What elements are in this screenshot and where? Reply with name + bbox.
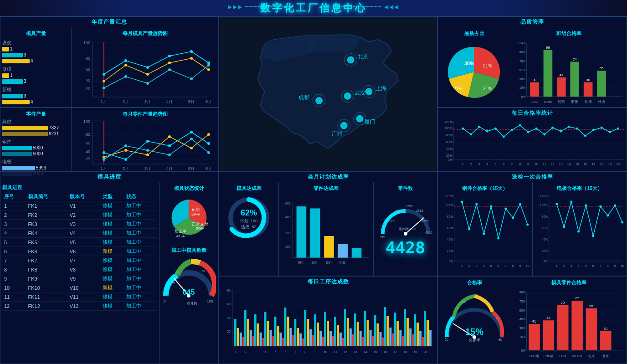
svg-rect-153 [247,319,249,346]
svg-text:3375: 3375 [421,220,429,223]
svg-text:4: 4 [577,264,579,267]
svg-text:80%: 80% [447,215,453,218]
col-seq: 序号 [2,192,26,201]
svg-text:零件数:3983: 零件数:3983 [399,227,416,231]
inspection-title: 送检一次合格率 [438,172,627,182]
svg-rect-121 [324,236,334,258]
mold-achievement: 模具达成率 62% 计划: 100 达成: 62 [219,182,278,276]
parts-production-panel: 零件产量 其他 7327 8231 钣件 5000 [0,108,219,171]
mold-table-container[interactable]: 模具进度 序号 模具编号 版本号 类型 状态 1FK1V1修模加工中2FK2V2… [0,182,159,364]
daily-quality-title: 每日合格率统计 [438,108,627,118]
svg-point-360 [504,208,507,210]
svg-text:19: 19 [413,350,417,354]
svg-rect-149 [237,328,239,346]
svg-text:60: 60 [86,141,90,145]
svg-text:7: 7 [294,350,296,354]
svg-rect-216 [404,309,406,346]
svg-point-61 [207,142,210,145]
svg-rect-120 [310,208,320,257]
svg-rect-210 [389,328,391,346]
svg-text:74: 74 [573,57,577,62]
svg-text:1125: 1125 [387,220,395,223]
svg-rect-189 [337,325,339,346]
svg-text:80%: 80% [541,215,548,218]
col-type: 类型 [101,192,125,201]
acceptance-gauge: 合格率 20 30 40 50 60 70 80 [438,277,511,364]
svg-rect-198 [360,331,362,346]
svg-point-354 [461,201,463,203]
quality-title: 品质管理 [438,17,627,27]
svg-text:40: 40 [462,300,466,303]
svg-rect-177 [307,319,309,346]
svg-text:10: 10 [324,350,327,354]
svg-text:41: 41 [532,319,536,323]
digital-value: 4428 [385,238,425,257]
svg-point-59 [168,144,171,147]
svg-point-312 [568,126,570,128]
quality-pie-svg: 21% 21% 21% 38% [440,38,508,106]
svg-text:20: 20 [227,330,231,333]
svg-point-21 [146,66,149,69]
svg-text:40%: 40% [541,238,548,241]
svg-text:15%: 15% [465,327,483,337]
svg-point-391 [570,201,572,203]
svg-text:1: 1 [461,264,463,267]
col-mold-id: 模具编号 [26,192,68,201]
svg-point-67 [207,133,210,136]
svg-text:40: 40 [227,316,231,319]
svg-rect-165 [277,326,279,346]
svg-point-307 [527,131,529,133]
svg-rect-435 [529,324,540,350]
svg-rect-162 [270,330,272,346]
table-row: 7FK7V7修模加工中 [2,256,157,265]
part-gauge-svg: 561 1125 1658 2250 2813 3375 4500 零件数:39… [376,193,435,238]
svg-text:铣床: 铣床 [588,354,595,358]
quality-bar: 班组合格率 114% 95% 76% 57% 38% 19% 0% [511,27,627,108]
svg-text:CNC: CNC [531,100,539,104]
svg-rect-157 [257,323,259,346]
daily-chart-svg: 80 60 40 20 // We'll place bars manually [219,287,437,360]
svg-text:19%: 19% [519,86,526,89]
svg-text:120%: 120% [445,195,453,198]
svg-text:46: 46 [546,316,550,320]
svg-text:21%: 21% [483,86,492,91]
svg-point-389 [555,203,558,205]
svg-text:80%: 80% [446,133,452,137]
svg-text:13: 13 [354,350,357,354]
part-count-title: 零件数 [398,184,413,193]
svg-point-73 [207,151,210,154]
svg-rect-266 [530,82,539,97]
svg-point-306 [519,124,521,127]
svg-point-63 [124,149,127,152]
part-count: 零件数 561 1125 1658 2250 2813 3375 4500 零件… [373,182,437,276]
svg-text:95%: 95% [519,51,526,54]
svg-text:2: 2 [563,264,565,267]
svg-text:29%: 29% [191,212,200,216]
svg-point-355 [468,228,470,231]
svg-text:63: 63 [195,261,199,264]
svg-text:57%: 57% [519,68,526,72]
svg-point-310 [551,127,554,129]
svg-text:10: 10 [526,264,529,267]
svg-text:60%: 60% [541,226,548,230]
svg-text:100%: 100% [445,204,453,207]
svg-text:41: 41 [559,73,563,77]
svg-text:14: 14 [567,163,571,166]
steel-title: 钢件合格率（15天） [440,184,530,193]
svg-text:30: 30 [533,78,537,82]
svg-text:60: 60 [486,300,489,303]
svg-point-299 [462,128,464,130]
svg-point-19 [103,73,105,76]
svg-text:0%: 0% [543,260,548,263]
svg-text:3: 3 [255,350,257,354]
map-panel: 北京 上海 武汉 成都 广州 厦门 [219,16,437,171]
svg-point-20 [124,59,127,62]
svg-point-311 [560,130,562,133]
svg-text:35: 35 [175,270,179,273]
svg-text:80: 80 [86,56,90,61]
svg-text:400: 400 [285,215,291,219]
parts-title: 零件产量 [2,110,69,118]
mold-part-bar: 模具零件合格率 90% 75% 60% 45% 30% 15% 0% [511,277,627,364]
svg-point-27 [146,73,149,76]
svg-text:10: 10 [620,264,624,267]
